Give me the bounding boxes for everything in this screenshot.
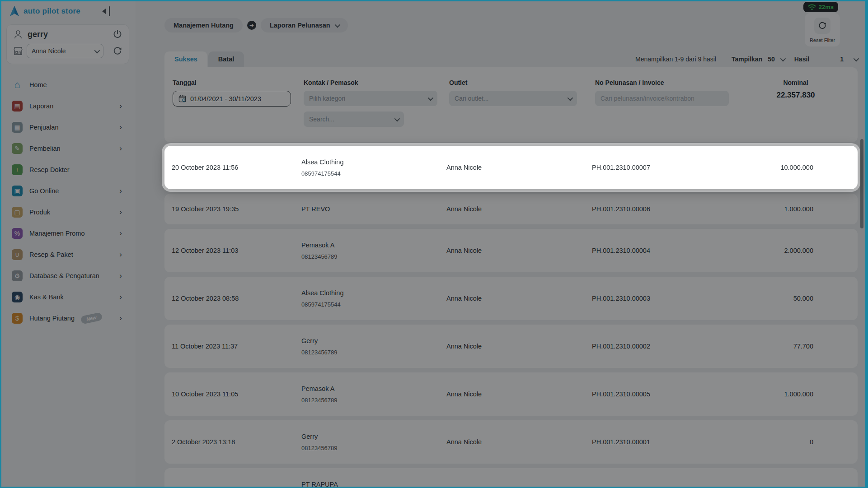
tutorial-dim-overlay [0,0,868,488]
row-nominal: 10.000.000 [741,164,858,171]
row-outlet: Anna Nicole [446,164,592,171]
table-row[interactable]: 20 October 2023 11:56 Alsea Clothing 085… [164,146,858,189]
row-invoice-number: PH.001.2310.00007 [592,164,741,171]
row-contact: Alsea Clothing 085974175544 [301,158,446,177]
row-contact-phone: 085974175544 [301,170,446,177]
row-contact-name: Alsea Clothing [301,158,446,166]
row-date: 20 October 2023 11:56 [172,164,301,171]
